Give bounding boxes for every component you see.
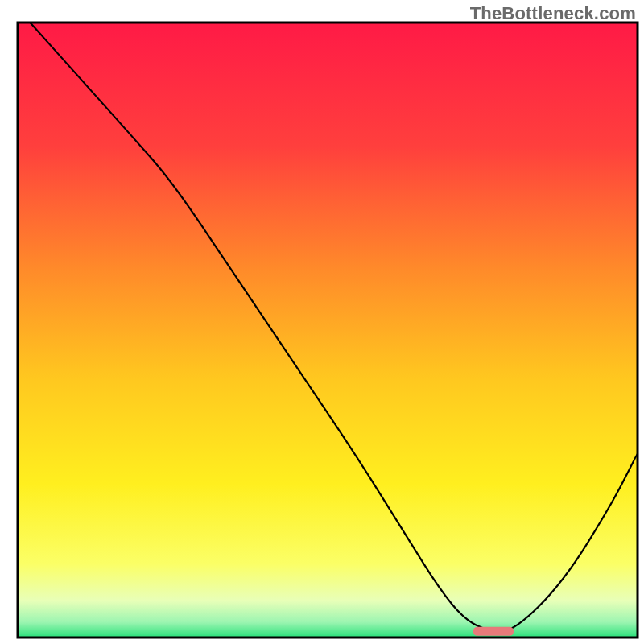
chart-frame: TheBottleneck.com <box>0 0 644 644</box>
optimal-region-marker <box>473 627 514 636</box>
heatmap-background <box>18 23 638 638</box>
bottleneck-chart <box>0 0 644 644</box>
